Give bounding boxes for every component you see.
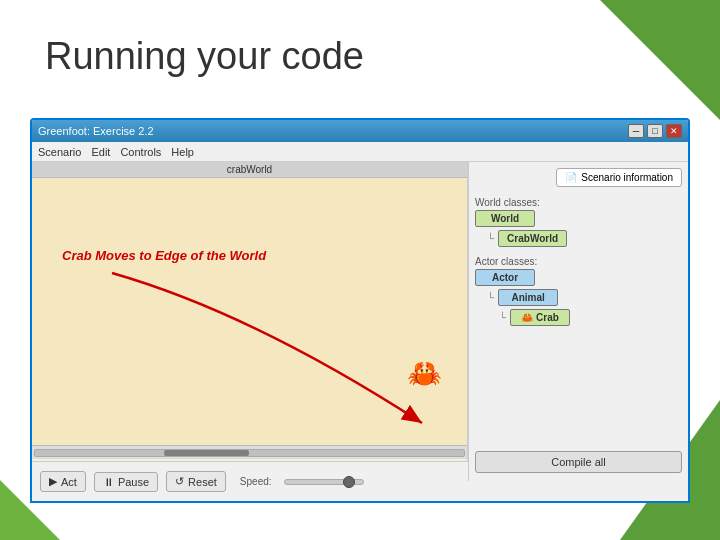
world-tree-indent: └ CrabWorld xyxy=(487,230,682,247)
crab-arrow xyxy=(52,233,467,445)
crab-icon: 🦀 xyxy=(407,357,442,390)
crab-class-label: Crab xyxy=(536,312,559,323)
speed-thumb xyxy=(343,476,355,488)
scrollbar-track[interactable] xyxy=(34,449,465,457)
crab-class-box[interactable]: 🦀 Crab xyxy=(510,309,570,326)
world-class-item: World xyxy=(475,210,682,227)
menu-help[interactable]: Help xyxy=(171,146,194,158)
window-controls: ─ □ ✕ xyxy=(628,124,682,138)
speed-label: Speed: xyxy=(240,476,272,487)
window-menubar: Scenario Edit Controls Help xyxy=(32,142,688,162)
actor-class-item: Actor xyxy=(475,269,682,286)
menu-edit[interactable]: Edit xyxy=(91,146,110,158)
window-toolbar: ▶ Act ⏸ Pause ↺ Reset Speed: xyxy=(32,461,468,501)
menu-controls[interactable]: Controls xyxy=(120,146,161,158)
page-title: Running your code xyxy=(45,35,364,78)
horizontal-scrollbar[interactable] xyxy=(32,445,467,459)
actor-tree-indent: └ Animal └ 🦀 Crab xyxy=(487,289,682,326)
scrollbar-thumb xyxy=(164,450,250,456)
animal-class-box[interactable]: Animal xyxy=(498,289,558,306)
speed-slider[interactable] xyxy=(284,479,364,485)
menu-scenario[interactable]: Scenario xyxy=(38,146,81,158)
reset-label: Reset xyxy=(188,476,217,488)
crab-icon-small: 🦀 xyxy=(521,312,533,323)
scenario-title-bar: crabWorld xyxy=(32,162,467,178)
pause-icon: ⏸ xyxy=(103,476,114,488)
window-content: crabWorld Crab Moves to Edge of the Worl… xyxy=(32,162,688,481)
window-title-text: Greenfoot: Exercise 2.2 xyxy=(38,125,628,137)
tree-line-1: └ xyxy=(487,233,494,244)
compile-all-button[interactable]: Compile all xyxy=(475,451,682,473)
act-label: Act xyxy=(61,476,77,488)
world-class-box[interactable]: World xyxy=(475,210,535,227)
tree-line-2: └ xyxy=(487,292,494,303)
info-button-label: Scenario information xyxy=(581,172,673,183)
actor-class-box[interactable]: Actor xyxy=(475,269,535,286)
crab-class-item: └ 🦀 Crab xyxy=(499,309,682,326)
right-sidebar: 📄 Scenario information World classes: Wo… xyxy=(468,162,688,481)
reset-icon: ↺ xyxy=(175,475,184,488)
close-button[interactable]: ✕ xyxy=(666,124,682,138)
reset-button[interactable]: ↺ Reset xyxy=(166,471,226,492)
actor-classes-label: Actor classes: xyxy=(475,256,682,267)
animal-class-item: └ Animal xyxy=(487,289,682,306)
scenario-area: crabWorld Crab Moves to Edge of the Worl… xyxy=(32,162,468,481)
crabworld-class-item: └ CrabWorld xyxy=(487,230,682,247)
scenario-name: crabWorld xyxy=(227,164,272,175)
greenfoot-window: Greenfoot: Exercise 2.2 ─ □ ✕ Scenario E… xyxy=(30,118,690,503)
animal-tree-indent: └ 🦀 Crab xyxy=(499,309,682,326)
scenario-canvas: Crab Moves to Edge of the World 🦀 xyxy=(32,178,467,445)
act-icon: ▶ xyxy=(49,475,57,488)
act-button[interactable]: ▶ Act xyxy=(40,471,86,492)
tree-line-3: └ xyxy=(499,312,506,323)
deco-triangle-top-right xyxy=(600,0,720,120)
info-icon: 📄 xyxy=(565,172,577,183)
crabworld-class-box[interactable]: CrabWorld xyxy=(498,230,567,247)
pause-label: Pause xyxy=(118,476,149,488)
crab-moves-label: Crab Moves to Edge of the World xyxy=(62,248,266,263)
scenario-info-button[interactable]: 📄 Scenario information xyxy=(556,168,682,187)
pause-button[interactable]: ⏸ Pause xyxy=(94,472,158,492)
actor-classes-section: Actor classes: Actor └ Animal └ 🦀 xyxy=(475,256,682,329)
minimize-button[interactable]: ─ xyxy=(628,124,644,138)
world-classes-section: World classes: World └ CrabWorld xyxy=(475,197,682,250)
window-titlebar: Greenfoot: Exercise 2.2 ─ □ ✕ xyxy=(32,120,688,142)
maximize-button[interactable]: □ xyxy=(647,124,663,138)
world-classes-label: World classes: xyxy=(475,197,682,208)
